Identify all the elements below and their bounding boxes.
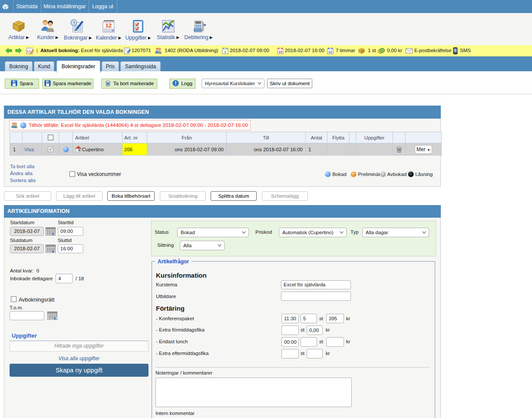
svg-text:12: 12	[106, 22, 112, 29]
svg-text:19: 19	[278, 50, 282, 54]
svg-text:12: 12	[328, 50, 332, 54]
svg-text:1: 1	[224, 50, 226, 54]
svg-text:a: a	[398, 148, 400, 151]
